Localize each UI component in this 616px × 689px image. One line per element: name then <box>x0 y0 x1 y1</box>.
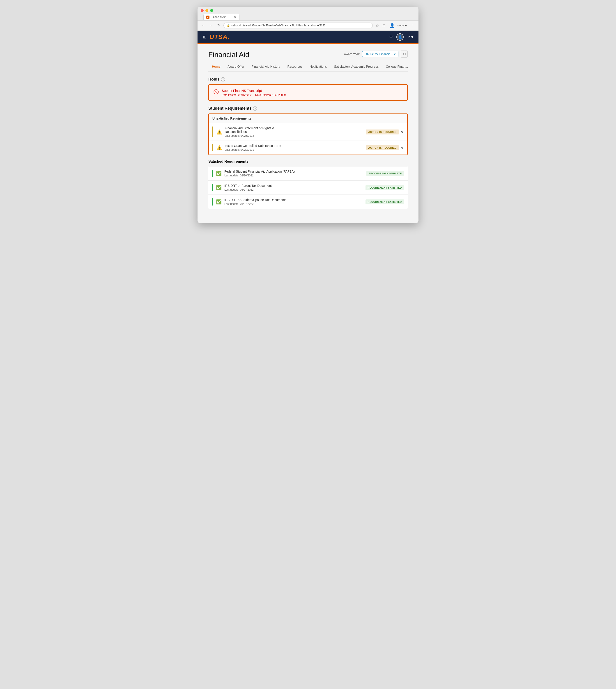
award-year-dropdown[interactable]: 2021-2022 Financia... ∨ <box>362 51 398 57</box>
incognito-button[interactable]: 👤 Incognito <box>388 22 409 29</box>
tab-resources[interactable]: Resources <box>284 63 306 71</box>
main-content: Financial Aid Award Year: 2021-2022 Fina… <box>198 44 418 223</box>
tab-favicon: F <box>206 16 210 19</box>
satisfied-info-1: Federal Student Financial Aid Applicatio… <box>224 170 367 177</box>
warning-icon-1: ⚠️ <box>217 129 222 135</box>
hold-date-posted: Date Posted: 02/15/2022 <box>222 93 251 96</box>
requirements-help-icon[interactable]: ? <box>253 107 257 111</box>
expand-req-1-button[interactable]: ∨ <box>401 129 403 134</box>
tab-close-button[interactable]: ✕ <box>234 15 237 19</box>
tab-bar: F Financial Aid ✕ <box>203 14 415 20</box>
satisfied-date-2: Last update: 05/27/2022 <box>224 188 366 191</box>
grid-menu-icon[interactable]: ⊞ <box>203 35 206 40</box>
incognito-label: Incognito <box>396 24 407 27</box>
satisfied-info-3: IRS DRT or Student/Spouse Tax Documents … <box>224 198 366 206</box>
check-icon-1: ✅ <box>216 171 222 176</box>
tab-home[interactable]: Home <box>208 63 224 71</box>
hold-title[interactable]: Submit Final HS Transcript <box>222 89 403 92</box>
green-border-1 <box>212 170 213 177</box>
req-date-1: Last update: 04/26/2022 <box>225 134 366 137</box>
hold-dates: Date Posted: 02/15/2022 Date Expires: 12… <box>222 93 403 96</box>
hold-item: 🚫 Submit Final HS Transcript Date Posted… <box>209 85 407 100</box>
satisfied-date-1: Last update: 02/26/2021 <box>224 174 367 177</box>
processing-complete-badge-1: PROCESSING COMPLETE <box>367 171 404 176</box>
satisfied-req-item-3: ✅ IRS DRT or Student/Spouse Tax Document… <box>208 195 408 209</box>
bookmark-button[interactable]: ☆ <box>375 23 380 28</box>
student-requirements-section: Student Requirements ? Unsatisfied Requi… <box>208 106 408 209</box>
tab-college-finan[interactable]: College Finan... <box>382 63 408 71</box>
maximize-dot[interactable] <box>210 9 213 12</box>
satisfied-info-2: IRS DRT or Parent Tax Document Last upda… <box>224 184 366 191</box>
browser-nav-bar: ← → ↻ 🔒 ssbprod.utsa.edu/StudentSelfServ… <box>198 21 418 31</box>
split-view-button[interactable]: ⊡ <box>381 23 387 28</box>
satisfied-req-item-2: ✅ IRS DRT or Parent Tax Document Last up… <box>208 180 408 195</box>
unsatisfied-title: Unsatisfied Requirements <box>209 114 407 123</box>
req-info-1: Financial Aid Statement of Rights &Respo… <box>225 126 366 137</box>
tab-financial-aid-history[interactable]: Financial Aid History <box>248 63 284 71</box>
unsatisfied-req-item-2: ⚠️ Texas Grant Controlled Substance Form… <box>209 141 407 154</box>
satisfied-status-2: REQUIREMENT SATISFIED <box>366 185 404 190</box>
address-bar[interactable]: 🔒 ssbprod.utsa.edu/StudentSelfService/ss… <box>223 23 373 28</box>
tab-sap[interactable]: Satisfactory Academic Progress <box>331 63 382 71</box>
warning-border-1 <box>213 126 213 137</box>
hold-content: Submit Final HS Transcript Date Posted: … <box>222 89 403 96</box>
unsatisfied-requirements-box: Unsatisfied Requirements ⚠️ Financial Ai… <box>208 113 408 155</box>
action-required-badge-1: ACTION IS REQUIRED <box>366 129 399 134</box>
close-dot[interactable] <box>201 9 204 12</box>
navigation-tabs: Home Award Offer Financial Aid History R… <box>208 63 408 71</box>
action-required-badge-2: ACTION IS REQUIRED <box>366 145 399 150</box>
browser-window: F Financial Aid ✕ ← → ↻ 🔒 ssbprod.utsa.e… <box>198 7 418 223</box>
reload-button[interactable]: ↻ <box>216 23 222 28</box>
satisfied-status-3: REQUIREMENT SATISFIED <box>366 199 404 204</box>
page-title: Financial Aid <box>208 50 249 59</box>
req-status-1: ACTION IS REQUIRED ∨ <box>366 129 403 134</box>
utsa-app-header: ⊞ UTSA. ⚙ 👤 Test <box>198 31 418 43</box>
browser-titlebar: F Financial Aid ✕ <box>198 7 418 21</box>
student-requirements-title: Student Requirements ? <box>208 106 408 111</box>
satisfied-req-item-1: ✅ Federal Student Financial Aid Applicat… <box>208 166 408 180</box>
tab-award-offer[interactable]: Award Offer <box>224 63 248 71</box>
satisfied-status-1: PROCESSING COMPLETE <box>367 171 404 176</box>
holds-help-icon[interactable]: ? <box>221 78 225 82</box>
award-year-label: Award Year: <box>344 52 360 56</box>
user-name-label: Test <box>407 35 413 39</box>
user-avatar[interactable]: 👤 <box>396 34 403 41</box>
satisfied-name-3: IRS DRT or Student/Spouse Tax Documents <box>224 198 366 202</box>
holds-title: Holds ? <box>208 77 408 82</box>
holds-section: Holds ? 🚫 Submit Final HS Transcript Dat… <box>208 77 408 101</box>
satisfied-title: Satisfied Requirements <box>208 159 408 164</box>
menu-button[interactable]: ⋮ <box>410 23 416 28</box>
warning-icon-2: ⚠️ <box>217 145 222 150</box>
forward-button[interactable]: → <box>208 23 214 28</box>
unsatisfied-req-item-1: ⚠️ Financial Aid Statement of Rights &Re… <box>209 123 407 141</box>
browser-controls <box>201 9 415 12</box>
req-name-2: Texas Grant Controlled Substance Form <box>225 144 366 148</box>
req-status-2: ACTION IS REQUIRED ∨ <box>366 145 403 150</box>
req-date-2: Last update: 04/20/2021 <box>225 148 366 151</box>
green-border-2 <box>212 184 213 191</box>
back-button[interactable]: ← <box>200 23 206 28</box>
requirement-satisfied-badge-2: REQUIREMENT SATISFIED <box>366 185 404 190</box>
utsa-logo: UTSA. <box>210 34 229 41</box>
satisfied-requirements-section: Satisfied Requirements ✅ Federal Student… <box>208 159 408 209</box>
satisfied-name-1: Federal Student Financial Aid Applicatio… <box>224 170 367 173</box>
header-right: ⚙ 👤 Test <box>389 34 413 41</box>
tab-notifications[interactable]: Notifications <box>306 63 330 71</box>
url-text: ssbprod.utsa.edu/StudentSelfService/ssb/… <box>231 24 326 27</box>
user-avatar-icon: 👤 <box>398 35 402 39</box>
mail-button[interactable]: ✉ <box>401 50 408 58</box>
nav-actions: ☆ ⊡ 👤 Incognito ⋮ <box>375 22 416 29</box>
hold-block-icon: 🚫 <box>213 89 219 94</box>
settings-gear-button[interactable]: ⚙ <box>389 35 393 40</box>
minimize-dot[interactable] <box>205 9 208 12</box>
warning-border-2 <box>213 144 213 151</box>
expand-req-2-button[interactable]: ∨ <box>401 145 403 150</box>
req-info-2: Texas Grant Controlled Substance Form La… <box>225 144 366 151</box>
check-icon-3: ✅ <box>216 199 222 204</box>
browser-tab-active[interactable]: F Financial Aid ✕ <box>203 14 239 20</box>
lock-icon: 🔒 <box>227 24 230 27</box>
holds-box: 🚫 Submit Final HS Transcript Date Posted… <box>208 84 408 101</box>
incognito-icon: 👤 <box>390 23 395 28</box>
hold-date-expires: Date Expires: 12/31/2099 <box>255 93 286 96</box>
page-header: Financial Aid Award Year: 2021-2022 Fina… <box>208 50 408 59</box>
